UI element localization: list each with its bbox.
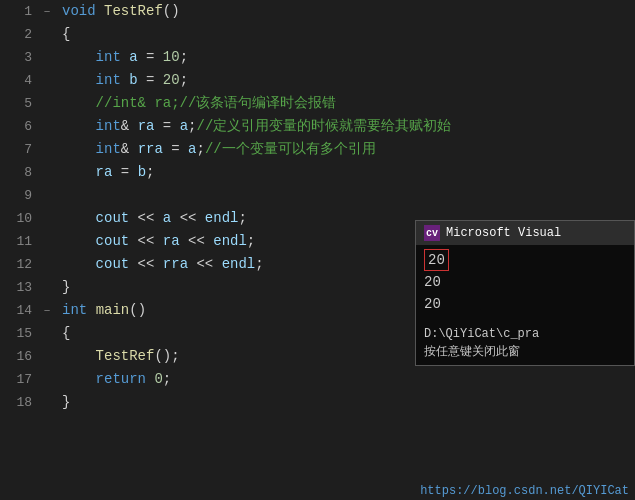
token-kw: int (96, 141, 121, 157)
token-kw: int (96, 118, 121, 134)
collapse-arrow (40, 392, 54, 414)
token-var: ra (138, 118, 155, 134)
token-punct: () (129, 302, 146, 318)
line-content: cout << a << endl; (62, 207, 247, 229)
collapse-arrow (40, 93, 54, 115)
token-kw: int (96, 72, 121, 88)
line-number: 9 (0, 185, 40, 207)
console-output-highlighted: 20 (424, 249, 449, 271)
token-var: rra (163, 256, 188, 272)
token-punct: ; (247, 233, 255, 249)
collapse-arrow (40, 162, 54, 184)
code-line: 6 int& ra = a;//定义引用变量的时候就需要给其赋初始 (0, 115, 635, 138)
token-punct: ; (180, 72, 188, 88)
token-punct: () (163, 3, 180, 19)
token-op: << (180, 233, 214, 249)
line-content: int& rra = a;//一个变量可以有多个引用 (62, 138, 376, 160)
line-content: int b = 20; (62, 69, 188, 91)
collapse-arrow (40, 231, 54, 253)
gutter (54, 322, 62, 344)
token-kw: void (62, 3, 96, 19)
token-fn: TestRef (96, 348, 155, 364)
code-line: 7 int& rra = a;//一个变量可以有多个引用 (0, 138, 635, 161)
token-punct: ; (238, 210, 246, 226)
line-number: 14 (0, 300, 40, 322)
token-op: << (188, 256, 222, 272)
line-number: 8 (0, 162, 40, 184)
line-number: 10 (0, 208, 40, 230)
gutter (54, 368, 62, 390)
token-var: a (163, 210, 171, 226)
gutter (54, 184, 62, 206)
line-number: 5 (0, 93, 40, 115)
token-var: b (129, 72, 137, 88)
gutter (54, 23, 62, 45)
token-op: << (171, 210, 205, 226)
collapse-arrow (40, 116, 54, 138)
console-titlebar: cv Microsoft Visual (416, 221, 634, 245)
code-line: 17 return 0; (0, 368, 635, 391)
line-number: 7 (0, 139, 40, 161)
line-number: 6 (0, 116, 40, 138)
line-number: 13 (0, 277, 40, 299)
line-number: 2 (0, 24, 40, 46)
token-punct: ; (146, 164, 154, 180)
token-comment: //定义引用变量的时候就需要给其赋初始 (196, 118, 451, 134)
token-op: << (129, 233, 163, 249)
token-var: b (138, 164, 146, 180)
token-op: = (163, 141, 188, 157)
line-content: int main() (62, 299, 146, 321)
code-line: 2 { (0, 23, 635, 46)
token-punct: } (62, 394, 70, 410)
gutter (54, 207, 62, 229)
line-number: 18 (0, 392, 40, 414)
code-line: 18 } (0, 391, 635, 414)
console-output-line: 20 (424, 271, 626, 293)
token-var: cout (96, 210, 130, 226)
line-content: int& ra = a;//定义引用变量的时候就需要给其赋初始 (62, 115, 451, 137)
token-op (87, 302, 95, 318)
console-body: 202020 (416, 245, 634, 319)
gutter (54, 230, 62, 252)
collapse-arrow (40, 277, 54, 299)
token-punct: (); (154, 348, 179, 364)
token-ref: & (121, 141, 129, 157)
token-var: endl (222, 256, 256, 272)
line-content: } (62, 276, 70, 298)
token-fn: TestRef (104, 3, 163, 19)
line-content: ra = b; (62, 161, 154, 183)
collapse-arrow (40, 70, 54, 92)
collapse-arrow (40, 24, 54, 46)
line-content: //int& ra;//该条语句编译时会报错 (62, 92, 336, 114)
gutter (54, 46, 62, 68)
token-var: ra (163, 233, 180, 249)
line-number: 1 (0, 1, 40, 23)
code-line: 1− void TestRef() (0, 0, 635, 23)
token-punct: { (62, 26, 70, 42)
line-content: { (62, 23, 70, 45)
token-op: = (138, 49, 163, 65)
token-op (121, 72, 129, 88)
line-number: 3 (0, 47, 40, 69)
collapse-arrow (40, 185, 54, 207)
gutter (54, 391, 62, 413)
token-num: 0 (154, 371, 162, 387)
console-status-line1: D:\QiYiCat\c_pra (424, 325, 626, 343)
console-popup: cv Microsoft Visual 202020 D:\QiYiCat\c_… (415, 220, 635, 366)
collapse-arrow (40, 208, 54, 230)
collapse-arrow (40, 323, 54, 345)
console-icon: cv (424, 225, 440, 241)
token-op: = (112, 164, 137, 180)
line-content: } (62, 391, 70, 413)
token-var: endl (205, 210, 239, 226)
token-punct: ; (196, 141, 204, 157)
gutter (54, 92, 62, 114)
console-status: D:\QiYiCat\c_pra 按任意键关闭此窗 (416, 319, 634, 365)
token-punct: ; (255, 256, 263, 272)
token-punct: { (62, 325, 70, 341)
token-comment: //int& ra;//该条语句编译时会报错 (96, 95, 337, 111)
token-op (129, 118, 137, 134)
token-kw: return (96, 371, 146, 387)
gutter (54, 253, 62, 275)
gutter (54, 299, 62, 321)
